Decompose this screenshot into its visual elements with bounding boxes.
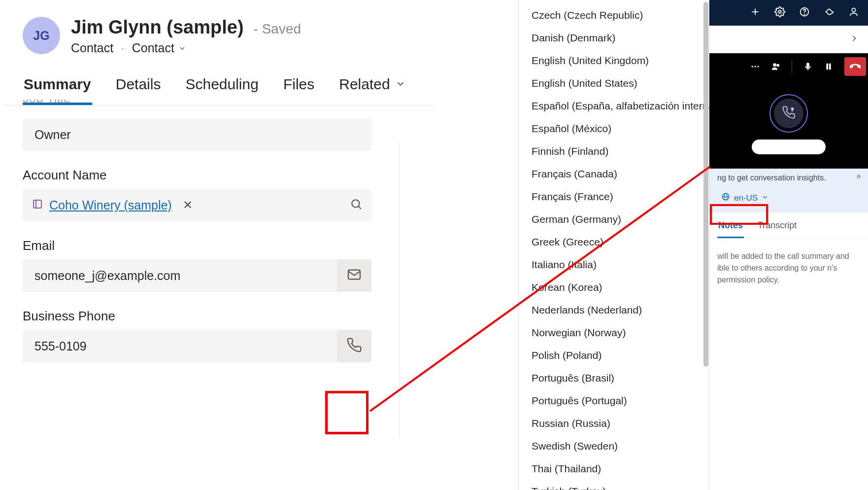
language-option[interactable]: Français (France)	[519, 185, 709, 208]
profile-button[interactable]	[848, 6, 859, 19]
caller-name-redacted	[752, 140, 826, 154]
language-option[interactable]: English (United Kingdom)	[519, 49, 709, 72]
language-option[interactable]: Thai (Thailand)	[519, 457, 709, 480]
svg-point-7	[778, 10, 781, 13]
collapse-insights-button[interactable]	[855, 173, 862, 181]
contact-record-panel: JG Jim Glynn (sample) - Saved Contact · …	[5, 3, 434, 362]
caller-avatar-ring: ?	[769, 94, 808, 133]
language-option[interactable]: Czech (Czech Republic)	[519, 4, 709, 27]
chevron-down-icon	[762, 193, 768, 203]
language-option[interactable]: Português (Portugal)	[519, 389, 709, 412]
settings-button[interactable]	[774, 6, 785, 19]
lookup-search-button[interactable]	[350, 198, 363, 212]
header-breadcrumb: Contact · Contact	[71, 41, 301, 55]
account-name-label: Account Name	[23, 168, 416, 183]
chevron-right-icon[interactable]	[849, 34, 859, 45]
insights-text: ng to get conversation insights.	[717, 174, 826, 182]
language-option[interactable]: Italiano (Italia)	[519, 253, 709, 276]
more-options-button[interactable]	[750, 62, 760, 71]
scrollbar-thumb[interactable]	[703, 2, 708, 367]
language-option[interactable]: Greek (Greece)	[519, 231, 709, 253]
language-option[interactable]: Français (Canada)	[519, 163, 709, 185]
call-body: ?	[709, 80, 868, 169]
language-option[interactable]: Nederlands (Nederland)	[519, 299, 709, 321]
add-button[interactable]	[750, 6, 761, 19]
business-phone-label: Business Phone	[23, 309, 416, 324]
record-header: JG Jim Glynn (sample) - Saved Contact · …	[5, 3, 434, 65]
tab-notes[interactable]: Notes	[717, 217, 744, 238]
record-title: Jim Glynn (sample)	[71, 17, 244, 38]
email-field-row: someone_j@example.com	[23, 259, 371, 292]
language-option[interactable]: Russian (Russia)	[519, 412, 709, 435]
language-option[interactable]: Polish (Poland)	[519, 344, 709, 367]
svg-point-13	[758, 66, 759, 68]
email-field[interactable]: someone_j@example.com	[23, 259, 337, 292]
chevron-down-icon	[178, 41, 186, 55]
separator	[792, 60, 792, 73]
svg-point-11	[752, 66, 753, 68]
save-status: - Saved	[254, 21, 301, 37]
svg-rect-0	[33, 200, 41, 208]
hang-up-button[interactable]	[844, 57, 866, 76]
language-option[interactable]: Português (Brasil)	[519, 367, 709, 389]
scrollbar[interactable]	[703, 2, 708, 377]
phone-field-row: 555-0109	[23, 330, 371, 362]
assistant-button[interactable]	[824, 6, 835, 19]
send-email-button[interactable]	[337, 259, 371, 292]
language-list: Czech (Czech Republic)Danish (Denmark)En…	[519, 0, 709, 490]
language-option[interactable]: English (United States)	[519, 72, 709, 95]
avatar: JG	[23, 17, 60, 54]
clear-lookup-button[interactable]: ✕	[183, 198, 193, 212]
entity-name: Contact	[71, 41, 113, 55]
email-label: Email	[23, 238, 416, 253]
breadcrumb-separator: ·	[121, 42, 124, 54]
language-selector-bar: en-US	[709, 187, 868, 212]
job-title-field[interactable]: Owner	[23, 118, 371, 151]
language-option[interactable]: Norwegian (Norway)	[519, 321, 709, 344]
annotation-highlight-call-button	[325, 391, 368, 434]
panel-collapse-bar	[709, 26, 868, 53]
svg-point-10	[852, 8, 855, 12]
language-option[interactable]: Español (México)	[519, 117, 709, 140]
language-selector-label: en-US	[734, 193, 758, 203]
svg-rect-16	[807, 63, 809, 68]
svg-point-9	[804, 14, 805, 14]
account-name-lookup[interactable]: Coho Winery (sample) ✕	[23, 189, 371, 221]
language-option[interactable]: Swedish (Sweden)	[519, 435, 709, 457]
tab-transcript[interactable]: Transcript	[757, 217, 798, 238]
divider	[399, 143, 400, 439]
language-option[interactable]: Danish (Denmark)	[519, 27, 709, 49]
svg-point-14	[773, 64, 776, 66]
language-dropdown[interactable]: Czech (Czech Republic)Danish (Denmark)En…	[518, 0, 709, 490]
tab-related-label: Related	[339, 76, 390, 93]
svg-rect-18	[827, 64, 828, 70]
account-entity-icon	[32, 198, 43, 212]
call-control-bar	[709, 53, 868, 80]
call-panel: ? ng to get conversation insights. en-US…	[709, 53, 868, 298]
app-top-bar	[709, 0, 868, 26]
phone-question-icon: ?	[782, 105, 796, 121]
chevron-down-icon	[395, 76, 406, 93]
account-lookup-chip: Coho Winery (sample) ✕	[32, 198, 193, 212]
globe-icon	[721, 192, 730, 204]
participants-button[interactable]	[771, 62, 781, 71]
mail-icon	[346, 267, 362, 284]
language-option[interactable]: Turkish (Turkey)	[519, 480, 709, 490]
help-button[interactable]	[799, 6, 810, 19]
notes-permission-hint: will be added to the call summary and ib…	[709, 239, 868, 298]
call-button[interactable]	[337, 330, 371, 362]
title-line: Jim Glynn (sample) - Saved	[71, 17, 301, 38]
account-link[interactable]: Coho Winery (sample)	[49, 198, 172, 212]
call-panel-tabs: Notes Transcript	[709, 212, 868, 239]
mute-button[interactable]	[803, 62, 813, 71]
language-option[interactable]: Español (España, alfabetización internac…	[519, 95, 709, 117]
caller-avatar: ?	[774, 99, 803, 128]
form-selector[interactable]: Contact	[132, 41, 186, 55]
language-option[interactable]: German (Germany)	[519, 208, 709, 231]
hold-button[interactable]	[824, 62, 834, 71]
language-option[interactable]: Finnish (Finland)	[519, 140, 709, 163]
job-title-label-cut: Job Title	[23, 100, 416, 109]
language-option[interactable]: Korean (Korea)	[519, 276, 709, 299]
language-selector[interactable]: en-US	[717, 190, 772, 206]
business-phone-field[interactable]: 555-0109	[23, 330, 337, 362]
